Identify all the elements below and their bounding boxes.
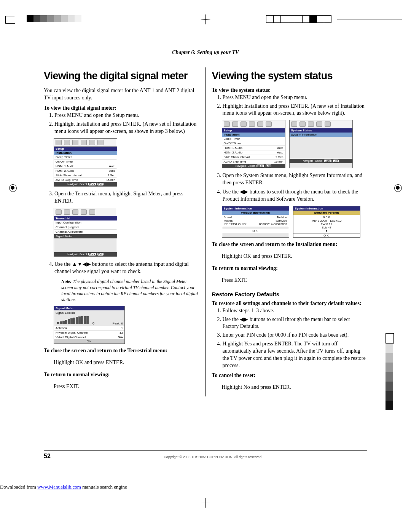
- figure-dual-setup-osd: Setup Installation Sleep Timer On/Off Ti…: [222, 120, 368, 168]
- column-divider: [206, 67, 206, 396]
- to-view-heading-left: To view the digital signal meter:: [44, 105, 199, 111]
- restore-heading: Restore Factory Defaults: [212, 291, 368, 297]
- step-text: Use the: [54, 261, 72, 267]
- osd-title: Setup: [54, 147, 117, 151]
- return-heading: To return to normal viewing:: [44, 372, 199, 378]
- page-number: 52: [44, 453, 59, 460]
- step-text: Open the System Status menu, highlight S…: [223, 173, 363, 185]
- step-text: Highlight Yes and press ENTER. The TV wi…: [223, 341, 366, 368]
- steps-right-a: Press MENU and open the Setup menu. High…: [218, 94, 368, 117]
- registration-top: [0, 11, 411, 23]
- osd-iconbar-icon: [222, 120, 285, 128]
- close-body: Highlight OK and press ENTER.: [54, 359, 199, 366]
- osd-title: Terrestrial: [54, 216, 117, 220]
- step-text: Use the ◀▶ buttons to scroll through the…: [223, 316, 350, 329]
- intro-left: You can view the digital signal meter fo…: [44, 87, 199, 102]
- arrow-icons: ▲▼◀▶: [72, 261, 91, 267]
- cancel-body: Highlight No and press ENTER.: [222, 384, 368, 391]
- page-footer: 52 Copyright © 2005 TOSHIBA CORPORATION.…: [44, 450, 367, 460]
- registration-crosshair-icon: [201, 498, 210, 508]
- download-line: Downloaded from www.Manualslib.com manua…: [0, 484, 127, 490]
- copyright: Copyright © 2005 TOSHIBA CORPORATION. Al…: [59, 455, 367, 459]
- figure-signal-meter-osd: Signal Meter Signal Locked 0 Peak: [54, 306, 199, 344]
- steps-left-c: Use the ▲▼◀▶ buttons to select the anten…: [50, 260, 199, 275]
- step-text: Press MENU and open the Setup menu.: [54, 112, 139, 118]
- step-text: Highlight Installation and press ENTER. …: [223, 103, 365, 116]
- osd-title: Signal Meter: [54, 306, 124, 310]
- return-heading: To return to normal viewing:: [212, 265, 368, 272]
- registration-colorstack-icon: [386, 333, 394, 410]
- figure-sysinfo-osd: System Information Product Information B…: [222, 206, 368, 238]
- step-text: Follow steps 1–3 above.: [223, 308, 274, 313]
- osd-iconbar-icon: [290, 120, 352, 128]
- figure-setup-osd: Setup Installation Sleep Timer On/Off Ti…: [54, 138, 199, 187]
- osd-subtitle: Installation: [54, 151, 117, 155]
- registration-left-icon: [8, 183, 18, 193]
- note-label: Note:: [61, 279, 72, 284]
- chapter-heading: Chapter 6: Setting up your TV: [44, 50, 367, 56]
- step-text: Enter your PIN code (or 0000 if no PIN c…: [223, 332, 349, 338]
- close-heading: To close the screen and return to the In…: [212, 241, 368, 248]
- registration-crosshair-icon: [201, 14, 210, 24]
- to-view-heading-right: To view the system status:: [212, 87, 368, 93]
- step-text: Use the: [223, 189, 240, 195]
- steps-left-a: Press MENU and open the Setup menu. High…: [50, 112, 199, 135]
- restore-steps: Follow steps 1–3 above. Use the ◀▶ butto…: [218, 307, 368, 369]
- return-body: Press EXIT.: [54, 383, 199, 390]
- close-heading: To close the screen and return to the Te…: [44, 348, 199, 354]
- arrow-icons: ◀▶: [240, 189, 248, 195]
- return-body: Press EXIT.: [222, 277, 368, 284]
- figure-terrestrial-osd: Terrestrial Input Configuration Channel …: [54, 208, 199, 257]
- step-text: Open the Terrestrial menu, highlight Sig…: [54, 191, 183, 204]
- step-text: Highlight Installation and press ENTER. …: [54, 121, 196, 134]
- registration-right-icon: [393, 183, 403, 193]
- osd-iconbar-icon: [54, 208, 117, 216]
- section-heading-left: Viewing the digital signal meter: [44, 70, 199, 82]
- registration-bottom: [0, 498, 411, 509]
- close-body: Highlight OK and press ENTER.: [222, 253, 368, 260]
- steps-right-b: Open the System Status menu, highlight S…: [218, 172, 368, 203]
- top-rule: [44, 58, 367, 58]
- steps-left-b: Open the Terrestrial menu, highlight Sig…: [50, 190, 199, 205]
- note: Note: The physical digital channel numbe…: [61, 278, 199, 303]
- manualslib-link[interactable]: www.Manualslib.com: [37, 484, 81, 490]
- step-text: Press MENU and open the Setup menu.: [223, 94, 307, 100]
- restore-subheading: To restore all settings and channels to …: [212, 300, 368, 307]
- cancel-heading: To cancel the reset:: [212, 372, 368, 379]
- section-heading-right: Viewing the system status: [212, 70, 368, 82]
- osd-iconbar-icon: [54, 139, 117, 147]
